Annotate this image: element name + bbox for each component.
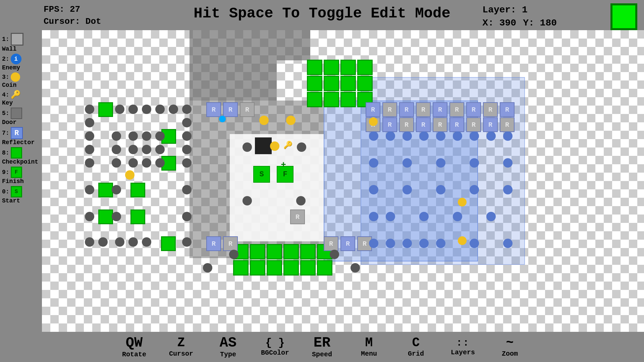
layers-icon: :: — [456, 338, 470, 348]
cursor-label: Cursor: Dot — [44, 15, 101, 27]
x-label: X: 390 — [482, 16, 516, 29]
cursor-icon: Z — [177, 337, 185, 349]
speed-button[interactable]: ER Speed — [299, 332, 345, 362]
green-preview — [610, 3, 637, 30]
menu-label: Menu — [361, 350, 377, 358]
key-icon: 🔑 — [11, 90, 21, 100]
sidebar-item-door[interactable]: 5: Door — [2, 108, 40, 126]
speed-icon: ER — [314, 336, 330, 350]
layers-label: Layers — [451, 349, 475, 356]
checkerboard-bg — [42, 30, 644, 332]
bottom-toolbar: QW Rotate Z Cursor AS Type { } BGColor E… — [0, 332, 644, 362]
type-button[interactable]: AS Type — [205, 332, 252, 362]
top-bar: FPS: 27 Cursor: Dot Hit Space To Toggle … — [0, 0, 644, 30]
wall-icon — [11, 33, 23, 46]
coin-icon — [11, 72, 20, 82]
grid-button[interactable]: C Grid — [392, 332, 439, 362]
finish-icon: F — [11, 167, 22, 178]
y-label: Y: 180 — [523, 16, 557, 29]
sidebar-item-coin[interactable]: 3: Coin — [2, 72, 40, 88]
rotate-icon: QW — [126, 336, 143, 350]
bgcolor-label: BGColor — [261, 349, 289, 357]
sidebar-item-key[interactable]: 4: 🔑 Key — [2, 90, 40, 106]
start-icon: S — [11, 186, 22, 197]
type-label: Type — [220, 351, 236, 358]
sidebar-left: 1: Wall 2: i Enemy 3: Coin 4: 🔑 Key 5: D… — [0, 30, 42, 332]
sidebar-item-start[interactable]: 0: S Start — [2, 186, 40, 204]
checkpoint-icon — [11, 147, 22, 159]
grid-label: Grid — [408, 350, 424, 358]
speed-label: Speed — [312, 351, 332, 358]
zoom-icon: ~ — [506, 337, 514, 349]
door-icon — [11, 108, 22, 119]
layer-label: Layer: 1 — [482, 3, 557, 16]
sidebar-item-reflector[interactable]: 7: R Reflector — [2, 127, 40, 146]
rotate-label: Rotate — [122, 351, 146, 358]
fps-label: FPS: 27 — [44, 3, 101, 15]
game-area[interactable]: S F R R R R R R R R R R R R R R R R R R … — [42, 30, 644, 332]
menu-icon: M — [365, 337, 373, 349]
cursor-label: Cursor — [169, 350, 193, 358]
sidebar-item-checkpoint[interactable]: 8: Checkpoint — [2, 147, 40, 165]
bgcolor-icon: { } — [265, 338, 285, 348]
layers-button[interactable]: :: Layers — [439, 332, 486, 362]
layer-info: Layer: 1 X: 390 Y: 180 — [482, 3, 557, 29]
grid-icon: C — [412, 337, 420, 349]
sidebar-item-finish[interactable]: 9: F Finish — [2, 167, 40, 185]
zoom-button[interactable]: ~ Zoom — [486, 332, 533, 362]
zoom-label: Zoom — [502, 350, 518, 358]
sidebar-item-wall[interactable]: 1: Wall — [2, 33, 40, 52]
fps-info: FPS: 27 Cursor: Dot — [44, 3, 101, 28]
type-icon: AS — [220, 336, 236, 350]
enemy-icon: i — [11, 54, 21, 64]
bgcolor-button[interactable]: { } BGColor — [252, 332, 299, 362]
sidebar-item-enemy[interactable]: 2: i Enemy — [2, 54, 40, 71]
reflector-icon: R — [11, 127, 23, 139]
cursor-button[interactable]: Z Cursor — [158, 332, 205, 362]
rotate-button[interactable]: QW Rotate — [111, 332, 158, 362]
page-title: Hit Space To Toggle Edit Mode — [194, 5, 450, 22]
menu-button[interactable]: M Menu — [345, 332, 392, 362]
